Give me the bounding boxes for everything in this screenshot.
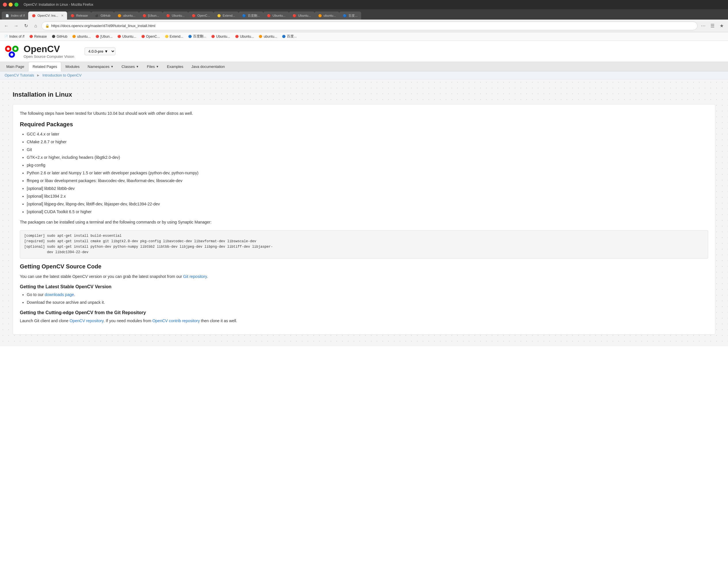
close-button[interactable] xyxy=(3,3,7,7)
bookmark-label-ubuntu4: Ubuntu... xyxy=(216,34,230,38)
git-repository-link[interactable]: Git repository xyxy=(183,274,207,279)
tab-baidu2[interactable]: 🔵 百度... xyxy=(339,11,361,20)
nav-namespaces-arrow: ▼ xyxy=(110,65,113,68)
tab-favicon-baidu1: 🔵 xyxy=(242,14,246,18)
tab-ubuntu4[interactable]: 🔴 Ubuntu... xyxy=(263,11,289,20)
bookmark-baidu1[interactable]: 🔵 百度翻... xyxy=(186,33,208,39)
tab-baidu1[interactable]: 🔵 百度翻... xyxy=(238,11,263,20)
install-code-block: [compiler] sudo apt-get install build-es… xyxy=(20,230,708,259)
more-button[interactable]: ⋯ xyxy=(699,22,707,30)
opencv-contrib-repo-link[interactable]: OpenCV contrib repository xyxy=(152,318,200,323)
bookmark-label-index: Index of /f xyxy=(9,34,24,38)
bookmark-ubuntu5[interactable]: 🔴 Ubuntu... xyxy=(233,34,256,39)
nav-examples[interactable]: Examples xyxy=(163,62,187,71)
getting-source-text: You can use the latest stable OpenCV ver… xyxy=(20,273,708,280)
cutting-edge-text-pre: Launch Git client and clone xyxy=(20,318,70,323)
opencv-header: OpenCV Open Source Computer Vision 4.0.0… xyxy=(0,41,728,62)
bookmark-opencv2[interactable]: 🔴 OpenC... xyxy=(139,34,162,39)
tab-ubuntu6[interactable]: 🟠 ubuntu... xyxy=(314,11,340,20)
bookmark-github[interactable]: ⚫ GitHub xyxy=(50,34,69,39)
breadcrumb-intro[interactable]: Introduction to OpenCV xyxy=(42,73,81,77)
bookmark-extend[interactable]: 🟡 Extend... xyxy=(163,34,185,39)
bookmark-ubuntu6[interactable]: 🟠 ubuntu... xyxy=(257,34,279,39)
nav-files[interactable]: Files ▼ xyxy=(143,62,163,71)
version-select[interactable]: 4.0.0-pre ▼ xyxy=(85,48,115,55)
nav-modules[interactable]: Modules xyxy=(61,62,83,71)
bookmark-favicon-baidu2: 🔵 xyxy=(282,34,286,38)
bookmark-label-opencv2: OpenC... xyxy=(146,34,160,38)
tab-label-github: GitHub xyxy=(100,14,110,17)
tab-label-ubuntu6: ubuntu... xyxy=(324,14,336,17)
bookmark-favicon-baidu1: 🔵 xyxy=(188,34,192,38)
nav-main-page[interactable]: Main Page xyxy=(2,62,28,71)
nav-related-pages-label: Related Pages xyxy=(32,64,57,69)
tab-favicon-opencv: 🔴 xyxy=(32,14,36,18)
getting-source-text-pre: You can use the latest stable OpenCV ver… xyxy=(20,274,183,279)
breadcrumb-tutorials[interactable]: OpenCV Tutorials xyxy=(5,73,34,77)
home-button[interactable]: ⌂ xyxy=(32,22,40,30)
page-title: Installation in Linux xyxy=(12,91,716,98)
nav-related-pages[interactable]: Related Pages xyxy=(28,62,61,71)
refresh-button[interactable]: ↻ xyxy=(22,22,30,30)
bookmark-button[interactable]: ★ xyxy=(718,22,726,30)
bookmark-ubuntu[interactable]: 🟠 ubuntu... xyxy=(70,34,93,39)
list-item: GCC 4.4.x or later xyxy=(27,131,708,137)
tab-label-ubuntu5: Ubuntu... xyxy=(298,14,311,17)
tab-close-opencv[interactable]: ✕ xyxy=(61,14,63,18)
bookmark-baidu2[interactable]: 🔵 百度... xyxy=(280,33,298,39)
bookmark-index[interactable]: 📄 Index of /f xyxy=(2,34,26,39)
tab-ubun2[interactable]: 🔴 [Ubun... xyxy=(139,11,163,20)
bookmark-favicon-ubuntu4: 🔴 xyxy=(211,34,215,38)
tab-favicon-opencv2: 🔴 xyxy=(192,14,196,18)
download-source-text: Download the source archive and unpack i… xyxy=(27,300,105,304)
tab-favicon-ubuntu5: 🔴 xyxy=(292,14,296,18)
tab-release[interactable]: 🔴 Release xyxy=(67,11,91,20)
maximize-button[interactable] xyxy=(15,3,19,7)
forward-button[interactable]: → xyxy=(12,22,20,30)
intro-text: The following steps have been tested for… xyxy=(20,110,708,116)
bookmark-label-baidu2: 百度... xyxy=(287,34,297,39)
nav-java-docs[interactable]: Java documentation xyxy=(187,62,229,71)
bookmark-favicon-ubuntu: 🟠 xyxy=(72,34,76,38)
list-item: pkg-config xyxy=(27,162,708,168)
bookmark-favicon-ubuntu5: 🔴 xyxy=(235,34,239,38)
nav-menu: Main Page Related Pages Modules Namespac… xyxy=(0,62,728,71)
nav-namespaces[interactable]: Namespaces ▼ xyxy=(84,62,118,71)
bookmark-ubun2[interactable]: 🔴 [Ubun... xyxy=(94,34,114,39)
opencv-repo-link[interactable]: OpenCV repository xyxy=(70,318,104,323)
tab-opencv2[interactable]: 🔴 OpenC... xyxy=(188,11,213,20)
bookmark-favicon-release: 🔴 xyxy=(29,34,33,38)
bookmark-favicon-extend: 🟡 xyxy=(164,34,168,38)
pocket-button[interactable]: ☰ xyxy=(708,22,717,30)
bookmark-favicon-index: 📄 xyxy=(4,34,8,38)
tab-favicon-ubuntu4: 🔴 xyxy=(267,14,271,18)
bookmark-label-release: Release xyxy=(34,34,47,38)
bookmark-ubuntu3[interactable]: 🔴 Ubuntu... xyxy=(115,34,138,39)
tab-index[interactable]: 📄 Index of /f xyxy=(2,11,28,20)
minimize-button[interactable] xyxy=(9,3,12,7)
downloads-page-link[interactable]: downloads page xyxy=(45,292,74,297)
nav-classes[interactable]: Classes ▼ xyxy=(118,62,143,71)
tab-favicon-index: 📄 xyxy=(5,14,9,18)
list-item-download-source: Download the source archive and unpack i… xyxy=(27,299,708,306)
content-inner: The following steps have been tested for… xyxy=(13,104,715,334)
tab-label-baidu1: 百度翻... xyxy=(248,14,260,18)
page-content: Installation in Linux The following step… xyxy=(6,85,722,340)
bookmark-release[interactable]: 🔴 Release xyxy=(27,34,49,39)
list-item: Python 2.6 or later and Numpy 1.5 or lat… xyxy=(27,170,708,176)
url-bar[interactable]: 🔒 https://docs.opencv.org/master/d7/d9f/… xyxy=(42,22,698,30)
tab-ubuntu3[interactable]: 🔴 Ubuntu... xyxy=(162,11,188,20)
svg-point-3 xyxy=(14,48,17,50)
list-item: Git xyxy=(27,147,708,153)
bookmark-ubuntu4[interactable]: 🔴 Ubuntu... xyxy=(209,34,232,39)
back-button[interactable]: ← xyxy=(2,22,10,30)
nav-classes-label: Classes xyxy=(122,64,135,69)
tab-ubuntu5[interactable]: 🔴 Ubuntu... xyxy=(289,11,314,20)
tab-ubuntu1[interactable]: 🟠 ubuntu... xyxy=(114,11,139,20)
bookmark-favicon-ubun2: 🔴 xyxy=(95,34,99,38)
downloads-text-pre: Go to our xyxy=(27,292,45,297)
svg-point-5 xyxy=(10,53,13,56)
tab-extend[interactable]: 🟡 Extend... xyxy=(213,11,238,20)
tab-github[interactable]: ⚫ GitHub xyxy=(91,11,114,20)
tab-opencv[interactable]: 🔴 OpenCV: Ins... ✕ xyxy=(28,11,67,20)
